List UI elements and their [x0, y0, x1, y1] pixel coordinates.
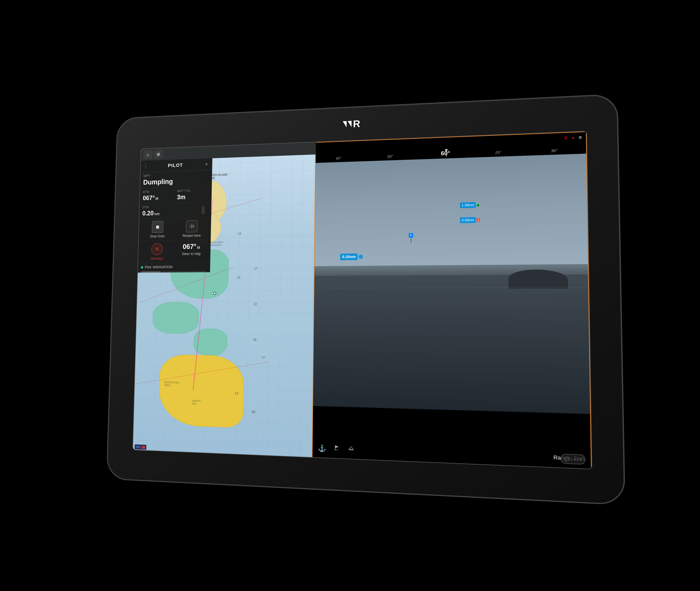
- target-3-indicator: ▲: [476, 218, 480, 221]
- water: [313, 274, 590, 414]
- depth-8: 22: [253, 302, 257, 306]
- compass-cross-icon: ✕: [154, 246, 159, 253]
- tick-75: [523, 152, 524, 154]
- pilot-close-button[interactable]: ×: [204, 161, 209, 168]
- svg-marker-11: [335, 446, 339, 448]
- pilot-progress-fill: [141, 271, 160, 272]
- main-screen: FISHERS ISLANDSOUND REGULATEDNAVIGATIO..…: [133, 131, 592, 469]
- nav-arrows-container[interactable]: ◯ › › › ›: [560, 454, 585, 465]
- restart-here-button[interactable]: Restart here: [176, 220, 208, 238]
- restart-icon-svg: [188, 222, 196, 230]
- hu-indicator: ▮▮: [142, 445, 145, 449]
- restart-here-label: Restart here: [182, 234, 201, 238]
- depth-7: 13: [237, 276, 240, 279]
- flag-svg: [333, 444, 340, 452]
- chart-label-restricted: RESTRICTEDAREA: [164, 381, 179, 387]
- dtw-row: DTW 0.20nm: [139, 202, 211, 219]
- sky: [314, 153, 588, 271]
- hu-status-badge: HU ▮▮: [135, 444, 146, 450]
- tick-40: [336, 158, 336, 160]
- chart-label-regulated: REGULATEDNAVIGATIO...: [209, 241, 223, 247]
- tick-60: [446, 153, 447, 157]
- boat-icon[interactable]: [347, 445, 355, 454]
- camera-tool-icons: ⚓: [318, 444, 355, 454]
- camera-background: ⚑ 0.20nm 1.99nm ▲: [313, 153, 590, 414]
- btw-row: BTW 067°M WPT TTG 3m: [140, 186, 212, 204]
- bottom-nav: ◯ › › › ›: [560, 454, 585, 465]
- nav-arrow-1: ›: [571, 457, 572, 461]
- target-3-group: 0.68nm ▲: [460, 217, 480, 223]
- camera-view: ⚑ 0.20nm 1.99nm ▲: [313, 153, 590, 414]
- wpt-flag: ⚑: [410, 234, 412, 237]
- home-button[interactable]: ⌂: [143, 150, 152, 159]
- dtw-field: DTW 0.20nm: [142, 204, 196, 217]
- nav-status-text: Pilot: NAVIGATION: [145, 265, 173, 269]
- steerage-label: Steerage: [150, 256, 163, 260]
- flag-icon[interactable]: [333, 444, 340, 453]
- compass-label-40: 40°: [336, 156, 341, 160]
- depth-11: 13: [235, 391, 238, 395]
- chart-label-north-hill: NORTHHILL: [192, 399, 201, 405]
- pilot-menu-icon[interactable]: ⋮: [144, 164, 148, 169]
- advance-wpt-icon: [199, 205, 208, 215]
- depth-12: 96: [252, 410, 255, 414]
- compass-label-70: 70°: [495, 150, 501, 155]
- brand-letter: R: [353, 118, 360, 130]
- tick-80: [552, 150, 552, 153]
- svg-marker-0: [343, 121, 347, 128]
- tick-55: [414, 156, 414, 158]
- depth-9: 18: [253, 338, 256, 342]
- camera-panel: ✕ ● ≡ 40° 50° 60° 70° 80°: [312, 132, 592, 469]
- stop-goto-button[interactable]: ■ Stop Goto: [142, 220, 173, 239]
- btw-label: BTW: [143, 190, 174, 194]
- nav-arrow-2: ›: [574, 457, 575, 461]
- device-logo: R: [343, 118, 360, 130]
- steerage-button[interactable]: ✕ Steerage: [141, 243, 173, 261]
- target-2-indicator: ▲: [476, 203, 480, 207]
- compass-label-80: 80°: [552, 148, 558, 153]
- svg-point-2: [202, 206, 205, 209]
- compass-label-60: 60°: [441, 150, 450, 157]
- pilot-panel: ⋮ PILOT × WPT Dumpling BTW 067°M: [138, 158, 212, 273]
- target-1-group: 0.20nm: [340, 253, 363, 260]
- anchor-icon[interactable]: ⚓: [318, 444, 326, 452]
- camera-record-icon: ✕: [563, 135, 568, 141]
- nav-circle-icon: ◯: [564, 456, 569, 461]
- target-1-label: 0.20nm: [340, 254, 358, 260]
- compass-label-50: 50°: [388, 154, 393, 159]
- btw-field: BTW 067°M: [143, 190, 174, 202]
- dtw-label: DTW: [142, 204, 196, 209]
- target-3-label: 0.68nm: [460, 217, 476, 223]
- steer-hdg-value: 067°M: [183, 243, 200, 251]
- tick-45: [362, 158, 362, 159]
- restart-icon: [186, 220, 198, 233]
- compass-row: ✕ Steerage 067°M Steer to Hdg: [138, 240, 211, 263]
- wpt-ttg-value: 3m: [177, 193, 209, 201]
- target-2-label: 1.99nm: [460, 202, 476, 208]
- nav-arrow-3: ›: [577, 457, 578, 461]
- boat-svg: [347, 445, 355, 452]
- teal-area-2: [152, 302, 200, 334]
- hu-label: HU: [136, 445, 140, 449]
- steerage-icon: ✕: [151, 243, 163, 255]
- stop-icon: ■: [156, 223, 159, 231]
- steer-to-hdg-label: Steer to Hdg: [182, 252, 201, 256]
- dtw-value: 0.20nm: [142, 209, 196, 217]
- nav-status-dot: [141, 266, 143, 268]
- tick-70: [495, 152, 496, 155]
- home-icon: ⌂: [146, 152, 149, 157]
- depth-5: 14: [238, 232, 241, 236]
- target-2-group: 1.99nm ▲: [460, 202, 480, 208]
- target-1-dot: [359, 254, 363, 259]
- stop-goto-label: Stop Goto: [150, 234, 165, 239]
- chart-mode-button[interactable]: ⊞: [154, 150, 163, 158]
- svg-marker-1: [347, 121, 352, 127]
- depth-10: 77: [261, 356, 265, 360]
- wpt-icon: ⚑: [409, 233, 413, 238]
- camera-menu-icon[interactable]: ≡: [578, 134, 582, 140]
- chart-mode-icon: ⊞: [157, 152, 160, 157]
- wpt-ttg-field: WPT TTG 3m: [177, 189, 209, 201]
- btw-value: 067°M: [143, 194, 174, 202]
- stop-goto-icon: ■: [152, 221, 163, 233]
- steer-to-hdg-field: 067°M Steer to Hdg: [175, 243, 208, 260]
